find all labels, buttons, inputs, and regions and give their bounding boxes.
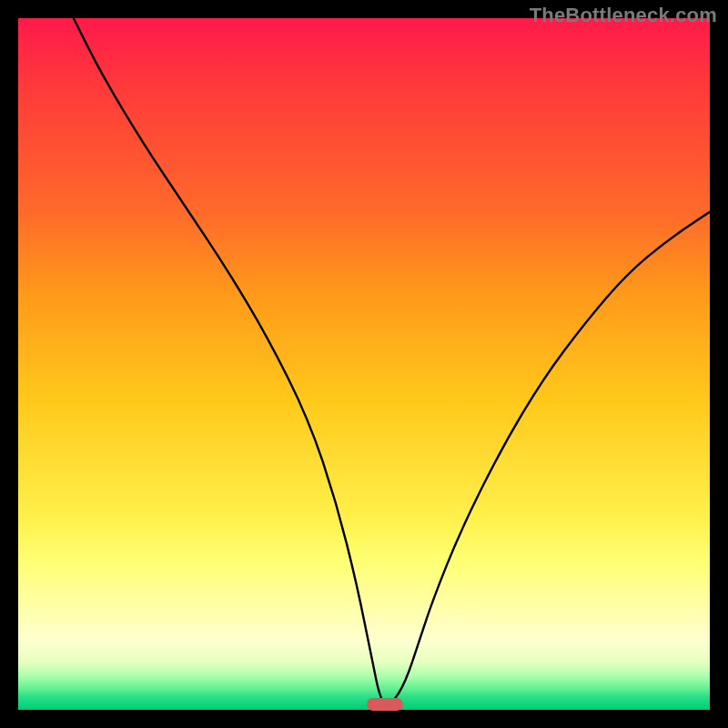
bottleneck-curve	[18, 18, 710, 710]
watermark-text: TheBottleneck.com	[530, 4, 717, 27]
optimum-marker	[367, 698, 403, 711]
plot-area	[18, 18, 710, 710]
curve-path	[74, 18, 710, 704]
chart-frame: TheBottleneck.com	[0, 0, 728, 728]
